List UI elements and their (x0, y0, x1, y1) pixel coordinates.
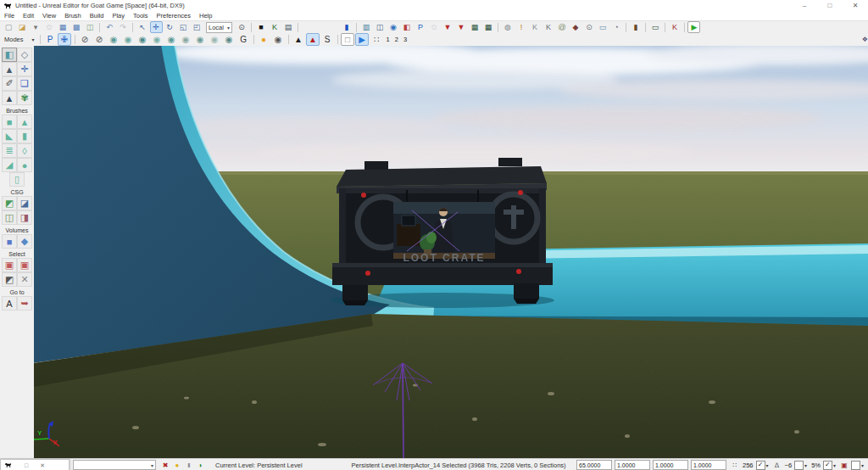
csg-add-icon[interactable]: ◩ (2, 196, 17, 210)
kismet-icon[interactable]: K (268, 21, 281, 33)
autosave-icon[interactable]: ▣ (839, 461, 849, 470)
csg-intersect-icon[interactable]: ◫ (2, 210, 17, 225)
p-volume-icon[interactable]: P (43, 33, 57, 46)
camera-mode-icon[interactable]: ◧ (2, 48, 17, 62)
splitscreen-s-icon[interactable]: S (320, 33, 334, 46)
reference-coordinate-dropdown[interactable]: Local▾ (206, 22, 232, 33)
slomo-snail-icon[interactable]: @ (555, 21, 568, 33)
chevron-down-icon[interactable]: ▾ (804, 462, 807, 468)
favorite2-icon[interactable]: ✩ (427, 21, 440, 33)
viewport-square-icon[interactable]: □ (341, 33, 354, 46)
lock-icon[interactable]: ● (257, 33, 270, 46)
save-icon[interactable]: ▦ (57, 21, 70, 33)
select-tool-icon[interactable]: ↖ (136, 21, 149, 33)
wand-mode-icon[interactable]: ✐ (2, 76, 17, 91)
menu-preferences[interactable]: Preferences (153, 12, 195, 20)
screenshot-icon[interactable]: ▭ (648, 21, 661, 33)
dock-icon[interactable]: ❖ (862, 36, 868, 43)
foliage-editor-icon[interactable]: ▦ (481, 21, 494, 33)
cube-brush-icon[interactable]: ■ (2, 115, 17, 129)
csg-subtract-icon[interactable]: ◪ (17, 196, 32, 210)
rotation-snap-checkbox[interactable] (794, 461, 804, 470)
camera-slow-icon[interactable]: ⊘ (78, 33, 92, 46)
maximize-viewport-icon[interactable]: ∷ (370, 33, 383, 46)
map-check-icon[interactable]: ! (515, 21, 527, 33)
viewport-config-3[interactable]: 3 (403, 36, 407, 43)
save-all-icon[interactable]: ▩ (70, 21, 83, 33)
drawscale-x-field[interactable]: 1.0000 (615, 460, 650, 470)
drawscale-z-field[interactable]: 1.0000 (691, 460, 726, 470)
level-browser-icon[interactable]: ◉ (387, 21, 399, 33)
sheet-brush-icon[interactable]: ◊ (17, 143, 32, 158)
build-errors-icon[interactable]: ✖ (160, 461, 170, 470)
fullscreen-icon[interactable]: ■ (254, 21, 267, 33)
matinee-icon[interactable]: ◧ (400, 21, 413, 33)
drawscale-y-field[interactable]: 1.0000 (653, 460, 688, 470)
find-actors-icon[interactable]: ⊙ (235, 21, 248, 33)
publish-level-icon[interactable]: ▮ (340, 21, 353, 33)
open-file-icon[interactable]: ◪ (16, 21, 29, 33)
monitor-icon[interactable]: ▭ (596, 21, 609, 33)
world-info-icon[interactable]: ◍ (501, 21, 514, 33)
status-dropdown[interactable]: ▾ (73, 460, 156, 470)
search-actor-icon[interactable]: ⊙ (582, 21, 595, 33)
mini-close-button[interactable]: ✕ (40, 462, 45, 469)
kismet2-icon[interactable]: K (528, 21, 541, 33)
show-volume-5-icon[interactable]: ◉ (164, 33, 178, 46)
curved-stair-brush-icon[interactable]: ◣ (2, 129, 17, 143)
show-volume-8-icon[interactable]: ◉ (208, 33, 221, 46)
eye-visibility-icon[interactable]: ◉ (271, 33, 285, 46)
close-button[interactable]: ✕ (843, 0, 868, 11)
chevron-down-icon[interactable]: ▾ (861, 462, 864, 468)
linear-stair-brush-icon[interactable]: ◢ (2, 158, 17, 172)
gizmo-dark-icon[interactable]: ▲ (292, 33, 305, 46)
clock-icon[interactable]: ◔ (609, 21, 622, 33)
translate-tool-icon[interactable]: ✛ (150, 21, 163, 33)
select-inside-icon[interactable]: ▣ (2, 258, 17, 272)
rotation-snap-icon[interactable]: ∆ (772, 461, 782, 470)
mini-restore-button[interactable]: □ (25, 462, 28, 468)
show-volume-9-icon[interactable]: ◉ (222, 33, 236, 46)
modes-dropdown[interactable]: Modes ▾ (2, 36, 37, 43)
landscape-mode-icon[interactable]: ▲ (2, 91, 17, 105)
select-none-icon[interactable]: ✕ (17, 272, 32, 287)
menu-file[interactable]: File (0, 12, 19, 20)
add-volume-shape-icon[interactable]: ◆ (17, 234, 32, 249)
chevron-down-icon[interactable]: ▾ (766, 462, 769, 468)
group-mode-icon[interactable]: G (236, 33, 250, 46)
terrain-mode-icon[interactable]: ▲ (2, 62, 17, 76)
menu-play[interactable]: Play (108, 12, 129, 20)
cylinder-brush-icon[interactable]: ▮ (17, 129, 32, 143)
spawn-actor-icon[interactable]: ▼ (441, 21, 453, 33)
menu-brush[interactable]: Brush (60, 12, 86, 20)
crowd-icon[interactable]: ◆ (569, 21, 581, 33)
realtime-play-icon[interactable]: ▶ (355, 33, 369, 46)
viewport-config-1[interactable]: 1 (387, 36, 390, 43)
geometry-mode-icon[interactable]: ◇ (17, 48, 32, 62)
select-invert-icon[interactable]: ◩ (2, 272, 17, 287)
save-copy-icon[interactable]: ◫ (84, 21, 97, 33)
goto-actor-icon[interactable]: A (2, 296, 17, 311)
socket-snap-icon[interactable]: ✙ (58, 33, 71, 46)
redo-icon[interactable]: ↷ (117, 21, 130, 33)
show-volume-2-icon[interactable]: ◉ (121, 33, 135, 46)
show-volume-3-icon[interactable]: ◉ (136, 33, 149, 46)
minimize-button[interactable]: – (792, 0, 817, 11)
add-volume-icon[interactable]: ■ (2, 234, 17, 249)
show-volume-7-icon[interactable]: ◉ (193, 33, 207, 46)
content-browser-icon[interactable]: ▤ (281, 21, 294, 33)
spawn-actor2-icon[interactable]: ▼ (454, 21, 467, 33)
open-caret-icon[interactable]: ▾ (30, 21, 42, 33)
maximize-button[interactable]: □ (817, 0, 843, 11)
lightmass-toggle-icon[interactable]: ◗ (196, 461, 206, 470)
perspective-viewport[interactable]: LOOT NO.1 LOOT CRATE (34, 46, 868, 458)
show-volume-6-icon[interactable]: ◉ (179, 33, 192, 46)
unreal-p-icon[interactable]: P (414, 21, 426, 33)
package-icon[interactable]: ▮ (629, 21, 642, 33)
favorites-icon[interactable]: ✩ (43, 21, 56, 33)
autosave-checkbox[interactable] (851, 461, 860, 470)
sphere-brush-icon[interactable]: ● (17, 158, 32, 172)
actor-browser-icon[interactable]: ◫ (373, 21, 386, 33)
csg-deintersect-icon[interactable]: ◨ (17, 210, 32, 225)
undo-icon[interactable]: ↶ (103, 21, 116, 33)
